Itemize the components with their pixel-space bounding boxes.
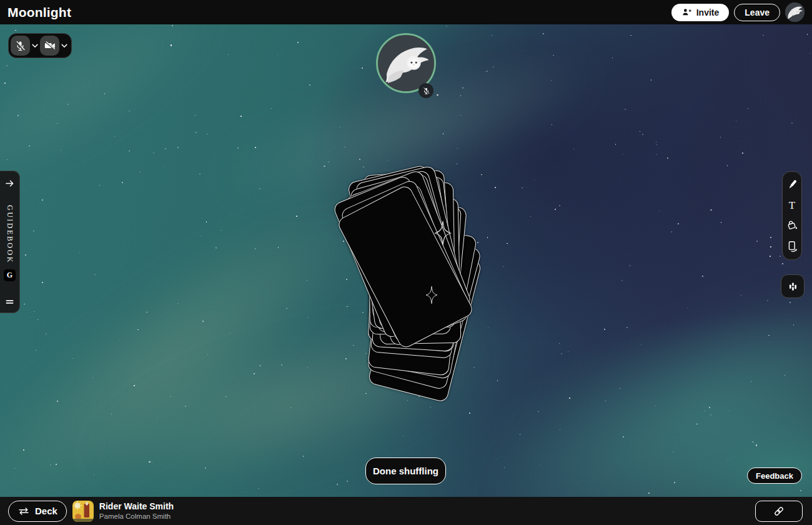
guidebook-tab: GUIDEBOOK G [4,205,16,281]
copy-link-button[interactable] [755,501,803,522]
chevron-down-icon [61,44,67,48]
deck-author: Pamela Colman Smith [99,512,174,521]
invite-button[interactable]: Invite [671,4,730,21]
chevron-down-icon [32,44,38,48]
expand-arrow-icon[interactable] [5,179,14,188]
room-canvas[interactable]: GUIDEBOOK G T [0,24,812,497]
card-deck[interactable] [0,24,812,497]
mic-device-chevron[interactable] [30,36,40,56]
flip-card-tool-button[interactable] [784,239,800,255]
invite-label: Invite [696,8,720,18]
leave-button[interactable]: Leave [734,4,780,21]
user-avatar[interactable] [785,2,805,22]
top-bar-actions: Invite Leave [671,2,805,22]
text-tool-icon: T [789,199,795,212]
feedback-button[interactable]: Feedback [747,468,802,484]
person-add-icon [681,7,692,18]
deck-name: Rider Waite Smith [99,501,174,512]
link-icon [773,505,785,518]
guidebook-badge: G [4,269,16,281]
camera-toggle-button[interactable] [40,36,59,56]
owl-avatar-icon [785,2,805,22]
moonlight-app: Moonlight Invite Leave [0,0,812,525]
mic-off-icon [14,40,26,52]
deck-button-label: Deck [35,506,57,516]
paint-bucket-icon [786,219,799,232]
deck-info: Rider Waite Smith Pamela Colman Smith [99,501,174,521]
fill-tool-button[interactable] [784,218,800,234]
participant-avatar[interactable] [376,33,436,93]
guidebook-label: GUIDEBOOK [5,205,14,264]
guidebook-panel[interactable]: GUIDEBOOK G [0,171,20,313]
mic-mute-button[interactable] [11,36,30,56]
participant-muted-badge [418,83,433,98]
board-controls-button[interactable] [781,274,805,298]
camera-off-icon [44,39,56,52]
text-tool-button[interactable]: T [784,198,800,214]
camera-device-chevron[interactable] [59,36,69,56]
menu-icon[interactable] [5,299,14,305]
pen-icon [786,178,799,191]
top-bar: Moonlight Invite Leave [0,0,812,24]
app-logo[interactable]: Moonlight [7,5,71,20]
pen-tool-button[interactable] [784,177,800,193]
deck-section: Deck Rider Waite Smith Pamela Colman Smi… [8,501,174,522]
bottom-bar: Deck Rider Waite Smith Pamela Colman Smi… [0,497,812,525]
done-shuffling-button[interactable]: Done shuffling [365,458,446,484]
mic-off-icon [422,87,430,95]
media-controls [8,33,72,58]
leave-label: Leave [745,8,770,18]
swap-arrows-icon [17,507,30,516]
deck-switch-button[interactable]: Deck [8,501,67,522]
flip-card-icon [786,240,799,253]
drawing-tool-rail: T [782,171,802,260]
mixer-icon [787,281,799,292]
deck-thumbnail [72,501,94,522]
